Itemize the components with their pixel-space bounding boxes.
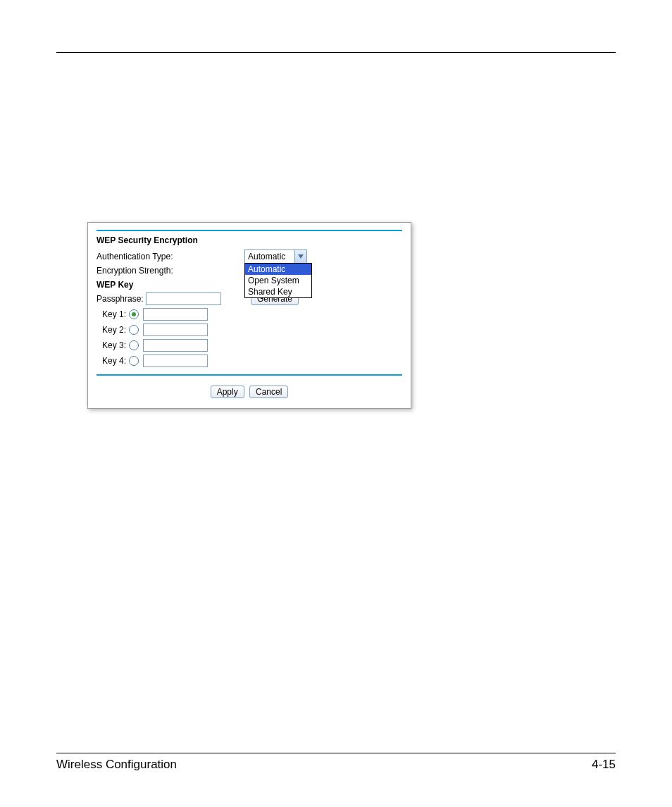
apply-button[interactable]: Apply bbox=[211, 386, 244, 398]
key1-label: Key 1: bbox=[97, 309, 129, 319]
key4-label: Key 4: bbox=[97, 356, 129, 366]
key3-radio[interactable] bbox=[129, 340, 139, 350]
section-title: WEP Security Encryption bbox=[97, 235, 402, 245]
dropdown-option-automatic[interactable]: Automatic bbox=[245, 264, 311, 275]
passphrase-label: Passphrase: bbox=[97, 294, 146, 304]
key1-input[interactable] bbox=[143, 308, 208, 321]
footer-divider bbox=[56, 753, 616, 753]
auth-type-label: Authentication Type: bbox=[97, 252, 244, 261]
key3-input[interactable] bbox=[143, 339, 208, 352]
footer-page-number: 4-15 bbox=[592, 758, 616, 772]
key4-input[interactable] bbox=[143, 355, 208, 367]
auth-type-select[interactable]: Automatic bbox=[244, 250, 307, 264]
dropdown-option-open-system[interactable]: Open System bbox=[245, 275, 311, 286]
key4-radio[interactable] bbox=[129, 356, 139, 366]
key1-radio[interactable] bbox=[129, 309, 139, 319]
panel-footer-buttons: Apply Cancel bbox=[97, 383, 402, 398]
key2-radio[interactable] bbox=[129, 325, 139, 335]
footer-left-text: Wireless Configuration bbox=[56, 758, 177, 772]
chevron-down-icon bbox=[294, 250, 306, 263]
key3-label: Key 3: bbox=[97, 340, 129, 350]
page-footer: Wireless Configuration 4-15 bbox=[56, 753, 616, 772]
key3-row: Key 3: bbox=[97, 339, 402, 352]
key1-row: Key 1: bbox=[97, 308, 402, 321]
auth-type-select-wrap: Automatic Automatic Open System Shared K… bbox=[244, 250, 307, 264]
auth-type-row: Authentication Type: Automatic Automatic… bbox=[97, 250, 402, 264]
passphrase-input[interactable] bbox=[146, 292, 221, 305]
key2-input[interactable] bbox=[143, 324, 208, 336]
key4-row: Key 4: bbox=[97, 355, 402, 367]
cancel-button[interactable]: Cancel bbox=[249, 386, 288, 398]
key2-label: Key 2: bbox=[97, 325, 129, 335]
wep-config-panel: WEP Security Encryption Authentication T… bbox=[87, 222, 411, 409]
key2-row: Key 2: bbox=[97, 324, 402, 336]
auth-type-dropdown: Automatic Open System Shared Key bbox=[244, 263, 312, 298]
panel-bottom-rule bbox=[97, 374, 402, 376]
encryption-strength-label: Encryption Strength: bbox=[97, 266, 244, 276]
panel-top-rule bbox=[97, 230, 402, 231]
top-divider bbox=[56, 52, 616, 53]
dropdown-option-shared-key[interactable]: Shared Key bbox=[245, 286, 311, 297]
auth-type-value: Automatic bbox=[245, 252, 294, 261]
